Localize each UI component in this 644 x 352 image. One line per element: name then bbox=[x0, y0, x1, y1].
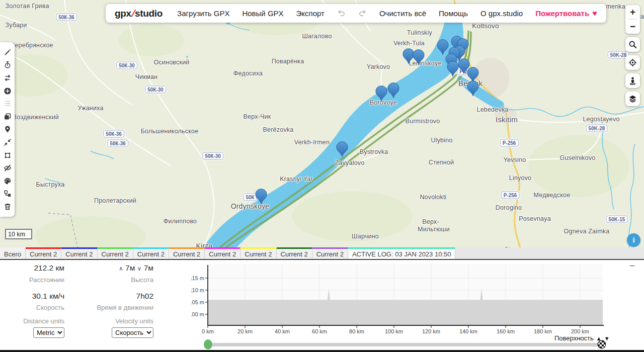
tab-2-current-2[interactable]: Current 2 bbox=[61, 247, 97, 259]
nav-export[interactable]: Экспорт bbox=[296, 9, 325, 18]
search-button[interactable] bbox=[625, 37, 640, 52]
crop-icon bbox=[4, 151, 12, 159]
heart-icon: ♥ bbox=[592, 10, 597, 18]
map-label: Posevnaya bbox=[519, 215, 551, 222]
list-icon bbox=[4, 100, 12, 108]
map-label: Федосиха bbox=[233, 70, 263, 77]
reduce-points-button[interactable] bbox=[0, 136, 15, 149]
svg-text:20 km: 20 km bbox=[237, 328, 253, 334]
tab-7-current-2[interactable]: Current 2 bbox=[240, 247, 276, 259]
nav-clear-all[interactable]: Очистить всё bbox=[379, 9, 426, 18]
trim-slider-track[interactable] bbox=[206, 343, 602, 346]
trim-end-flag-icon[interactable] bbox=[597, 340, 606, 349]
track-toolbar bbox=[0, 42, 15, 217]
nav-undo[interactable] bbox=[337, 9, 346, 18]
timing-button[interactable] bbox=[0, 59, 15, 72]
nav-redo[interactable] bbox=[358, 9, 367, 18]
map-label: Шарчино bbox=[352, 233, 379, 240]
velocity-units-select[interactable]: Скорость bbox=[112, 327, 153, 338]
pencil-icon bbox=[4, 48, 12, 56]
nav-help[interactable]: Помощь bbox=[439, 9, 468, 18]
road-shield: P-256 bbox=[500, 139, 519, 147]
map-label: Ужаниха bbox=[77, 105, 103, 112]
road-shield: 50K-28 bbox=[586, 125, 608, 132]
tab-0-всего[interactable]: Всего bbox=[0, 247, 26, 259]
delete-track-button[interactable] bbox=[0, 200, 15, 213]
tab-active-log[interactable]: ACTIVE LOG: 03 JAN 2023 10:50 bbox=[348, 247, 456, 259]
distance-units-select[interactable]: Metric bbox=[33, 327, 64, 338]
svg-text:105 m: 105 m bbox=[191, 299, 204, 305]
nav-new-gpx[interactable]: Новый GPX bbox=[242, 9, 283, 18]
track-style-button[interactable] bbox=[0, 174, 15, 188]
svg-text:100 m: 100 m bbox=[191, 311, 204, 317]
speed-value: 30.1 км/ч bbox=[0, 292, 64, 301]
map-label: Burmistrovo bbox=[406, 118, 440, 125]
descent-icon: ∨ bbox=[137, 265, 142, 272]
svg-text:60 km: 60 km bbox=[312, 328, 327, 334]
layers-button[interactable] bbox=[625, 92, 640, 106]
tab-5-current-2[interactable]: Current 2 bbox=[169, 247, 205, 259]
map-label: Tulinskiy bbox=[407, 29, 432, 36]
road-shield: 50К-36 bbox=[103, 130, 124, 138]
compress-icon bbox=[4, 138, 12, 146]
map-label: Lebedevka bbox=[477, 106, 509, 113]
velocity-units-label: Velocity units bbox=[75, 317, 153, 325]
zoom-out-button[interactable]: − bbox=[625, 20, 640, 34]
road-shield: 50K-15 bbox=[606, 216, 628, 223]
moving-time-label: Время в движении bbox=[75, 304, 153, 311]
tab-1-current-2[interactable]: Current 2 bbox=[26, 247, 61, 259]
attribution-info-button[interactable]: i bbox=[627, 233, 640, 247]
segments-list-button[interactable] bbox=[0, 97, 15, 110]
hide-track-button[interactable] bbox=[0, 161, 15, 174]
map-label: Быструха bbox=[36, 181, 65, 188]
crop-track-button[interactable] bbox=[0, 149, 15, 162]
map-label: Borovoye bbox=[370, 99, 397, 106]
tab-6-current-2[interactable]: Current 2 bbox=[205, 247, 240, 259]
trash-icon bbox=[4, 203, 12, 211]
svg-text:160 km: 160 km bbox=[497, 328, 515, 334]
tab-9-current-2[interactable]: Current 2 bbox=[312, 247, 348, 259]
add-waypoint-button[interactable] bbox=[0, 123, 15, 136]
zoom-in-button[interactable]: + bbox=[625, 5, 640, 19]
geolocate-button[interactable] bbox=[625, 55, 640, 70]
nav-load-gpx[interactable]: Загрузить GPX bbox=[177, 9, 229, 18]
map-label: Koltsovo bbox=[472, 22, 499, 30]
svg-text:80 km: 80 km bbox=[349, 328, 364, 334]
road-shield: 50К-36 bbox=[56, 14, 77, 21]
map-canvas[interactable]: Золотая ГриваЗубариСеребрянскоеОсиновски… bbox=[0, 0, 644, 260]
stopwatch-icon bbox=[4, 61, 12, 69]
edit-track-button[interactable] bbox=[0, 46, 15, 59]
map-label: Yarkovo bbox=[367, 63, 390, 70]
nav-donate[interactable]: Пожертвовать♥ bbox=[535, 9, 597, 18]
extract-track-button[interactable] bbox=[0, 188, 15, 201]
map-label: Dorogino bbox=[496, 204, 522, 211]
gpx-studio-logo[interactable]: gpx/studio bbox=[115, 8, 163, 19]
svg-text:120 km: 120 km bbox=[422, 328, 440, 334]
tab-3-current-2[interactable]: Current 2 bbox=[98, 247, 133, 259]
road-shield: 50К-30 bbox=[202, 152, 223, 160]
map-label: Zavyalovo bbox=[335, 159, 365, 166]
map-label: Пролетарский bbox=[94, 197, 136, 204]
ascent-icon: ∧ bbox=[119, 265, 123, 272]
map-label: Berëzovka bbox=[263, 126, 294, 133]
collapse-elevation-button[interactable]: − bbox=[629, 261, 635, 271]
reverse-track-button[interactable] bbox=[0, 71, 15, 84]
street-view-button[interactable] bbox=[625, 73, 640, 88]
road-shield: 50К-36 bbox=[107, 140, 128, 147]
elevation-chart[interactable]: 100 m105 m110 m115 m0 km20 km40 km60 km8… bbox=[191, 260, 644, 340]
trim-start-handle[interactable] bbox=[204, 339, 212, 349]
pin-icon bbox=[4, 125, 12, 133]
map-label: Шагалово bbox=[302, 33, 332, 40]
svg-text:115 m: 115 m bbox=[191, 275, 204, 281]
locate-icon bbox=[628, 58, 637, 67]
merge-tracks-button[interactable] bbox=[0, 84, 15, 98]
duplicate-track-button[interactable] bbox=[0, 110, 15, 123]
svg-text:140 km: 140 km bbox=[459, 328, 477, 334]
nav-about[interactable]: О gpx.studio bbox=[480, 9, 523, 18]
add-circle-icon bbox=[4, 87, 12, 95]
map-scale: 10 km bbox=[5, 229, 32, 239]
distance-label: Расстояние bbox=[0, 276, 64, 284]
bottom-edge bbox=[0, 350, 644, 352]
tab-4-current-2[interactable]: Current 2 bbox=[133, 247, 169, 259]
tab-8-current-2[interactable]: Current 2 bbox=[277, 247, 312, 259]
